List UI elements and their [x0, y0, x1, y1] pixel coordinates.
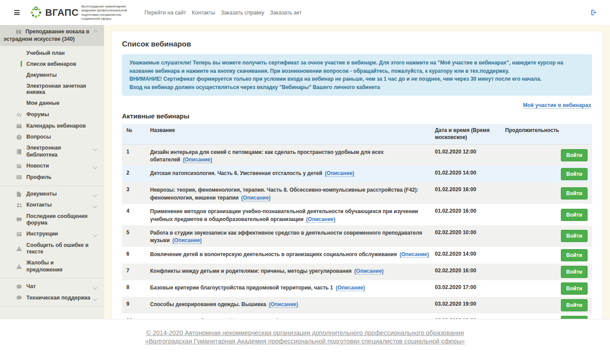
menu-toggle-icon[interactable]	[13, 8, 21, 17]
description-link[interactable]: (Описание)	[325, 170, 354, 177]
column-header-name: Название	[150, 127, 431, 134]
sidebar-item[interactable]: Сообщить об ошибке в тексте	[0, 240, 104, 258]
description-link[interactable]: (Описание)	[306, 216, 336, 223]
sidebar-subitem[interactable]: Учебный план	[0, 47, 104, 58]
sidebar-item-label: Жалобы и предложения	[26, 260, 91, 273]
divider	[0, 278, 104, 278]
row-number: 4	[126, 208, 146, 214]
chevron-down-icon	[93, 285, 97, 290]
sidebar-item-label: Календарь вебинаров	[26, 123, 86, 129]
news-icon	[16, 163, 22, 169]
footer: © 2014-2020 Автономная некоммерческая ор…	[0, 319, 610, 364]
chat-icon	[16, 284, 22, 290]
question-icon	[16, 134, 22, 140]
sidebar-item[interactable]: Документы	[0, 189, 104, 200]
row-number: 9	[126, 301, 146, 307]
logo[interactable]: ВГАПС Волгоградская гуманитарная академи…	[29, 4, 134, 20]
sidebar-subitem-label: Список вебинаров	[26, 61, 76, 67]
chevron-up-icon	[93, 30, 98, 35]
row-number: 1	[126, 149, 146, 155]
enter-button[interactable]: Войти	[561, 249, 588, 261]
sidebar-item[interactable]: Жалобы и предложения	[0, 257, 104, 275]
logo-text: ВГАПС	[45, 7, 79, 18]
logout-icon[interactable]	[590, 9, 598, 16]
sidebar-item[interactable]: Чат	[0, 281, 104, 292]
sidebar-subitem-label: Документы	[26, 72, 57, 78]
sidebar-subitem-label: Учебный план	[26, 50, 65, 56]
description-link[interactable]: (Описание)	[172, 237, 202, 244]
sidebar-subitem[interactable]: Документы	[0, 69, 104, 80]
sidebar-item[interactable]: Инструкции	[0, 228, 104, 239]
description-link[interactable]: (Описание)	[354, 268, 384, 275]
top-nav-link[interactable]: Заказать справку	[221, 10, 264, 16]
sidebar-item[interactable]: Вопросы	[0, 132, 104, 143]
sidebar-item[interactable]: Новости	[0, 161, 104, 171]
forum-messages-icon	[16, 217, 22, 223]
enter-button[interactable]: Войти	[561, 149, 588, 161]
sidebar-item[interactable]: Контакты	[0, 200, 104, 211]
top-nav-link[interactable]: Заказать акт	[270, 10, 301, 16]
sidebar-item-label: Контакты	[26, 202, 52, 208]
top-nav-link[interactable]: Перейти на сайт	[144, 10, 186, 16]
sidebar-item[interactable]: Календарь вебинаров	[0, 121, 104, 132]
description-link[interactable]: (Описание)	[269, 301, 298, 308]
divider	[0, 306, 104, 307]
sidebar-item-label: Новости	[26, 163, 49, 169]
enter-button[interactable]: Войти	[561, 230, 588, 242]
webinar-name-cell: Неврозы: теория, феноменология, терапия.…	[150, 186, 431, 202]
webinar-name-cell: Детская патопсихология. Часть 6. Умствен…	[150, 170, 431, 177]
row-number: 5	[126, 229, 146, 236]
calendar-icon	[16, 123, 22, 129]
enter-button[interactable]: Войти	[561, 209, 588, 221]
sidebar-item[interactable]: Последние сообщения форума	[0, 211, 104, 229]
logo-icon	[29, 6, 43, 19]
sidebar-subitem[interactable]: Список вебинаров	[0, 58, 104, 69]
row-number: 6	[126, 251, 146, 257]
enter-button[interactable]: Войти	[561, 266, 588, 278]
enter-button[interactable]: Войти	[561, 168, 588, 180]
footer-link-line1[interactable]: © 2014-2020 Автономная некоммерческая ор…	[0, 329, 610, 336]
row-number: 2	[126, 170, 146, 176]
actions-cell: Войти	[561, 187, 588, 200]
description-link[interactable]: (Описание)	[241, 195, 271, 201]
sidebar-item-label: Профиль	[26, 174, 52, 181]
webinar-title: Вовлечение детей в волонтерскую деятельн…	[150, 251, 397, 257]
table-row: 6 Вовлечение детей в волонтерскую деятел…	[122, 247, 592, 264]
webinar-name-cell: Дизайн интерьера для семей с питомцами: …	[150, 149, 431, 164]
enter-button[interactable]: Войти	[561, 299, 588, 311]
enter-button[interactable]: Войти	[561, 187, 588, 200]
sidebar-subitem[interactable]: Электронная зачетная книжка	[0, 80, 104, 97]
sidebar-course-header[interactable]: Преподавание вокала в эстрадном искусств…	[0, 25, 104, 46]
documents-icon	[16, 191, 22, 197]
sidebar-item-label: Сообщить об ошибке в тексте	[26, 242, 91, 256]
footer-link-line2[interactable]: «Волгоградская Гуманитарная Академия про…	[0, 338, 610, 345]
table-row: 3 Неврозы: теория, феноменология, терапи…	[122, 182, 592, 204]
contacts-icon	[16, 202, 22, 208]
instructions-icon	[16, 231, 22, 237]
sidebar-item-label: Документы	[26, 191, 57, 197]
webinar-name-cell: Базовые критерии благоустройства придомо…	[150, 284, 431, 292]
sidebar-subitem-label: Мои данные	[26, 100, 60, 106]
description-link[interactable]: (Описание)	[399, 251, 429, 258]
enter-button[interactable]: Войти	[561, 282, 588, 295]
sidebar-item[interactable]: Профиль	[0, 172, 104, 183]
webinar-name-cell: Вовлечение детей в волонтерскую деятельн…	[150, 251, 431, 258]
description-link[interactable]: (Описание)	[183, 157, 212, 163]
app-root: ВГАПС Волгоградская гуманитарная академи…	[0, 0, 610, 364]
top-nav-link[interactable]: Контакты	[192, 10, 215, 16]
sidebar-item-label: Вопросы	[26, 134, 51, 140]
webinar-name-cell: Применение методов организации учебно-по…	[150, 208, 431, 223]
sidebar-item[interactable]: Форумы	[0, 109, 104, 120]
info-line: ВНИМАНИЕ! Сертификат формируется только …	[129, 75, 585, 83]
sidebar-item[interactable]: Техническая поддержка	[0, 293, 104, 303]
sidebar-subitem[interactable]: Мои данные	[0, 97, 104, 108]
webinar-title: Детская патопсихология. Часть 6. Умствен…	[150, 170, 322, 176]
my-participation-link[interactable]: Моё участие в вебинарах	[523, 102, 591, 109]
top-header: ВГАПС Волгоградская гуманитарная академи…	[0, 0, 610, 25]
webinar-name-cell: Конфликты между детьми и родителями: при…	[150, 268, 431, 275]
description-link[interactable]: (Описание)	[336, 285, 365, 291]
sidebar-menu-tools: Документы Контакты Последние сообщения ф…	[0, 189, 104, 275]
sidebar-item[interactable]: Электронная библиотека	[0, 143, 104, 161]
sidebar-item-label: Электронная библиотека	[26, 145, 91, 158]
chevron-down-icon	[93, 296, 97, 301]
